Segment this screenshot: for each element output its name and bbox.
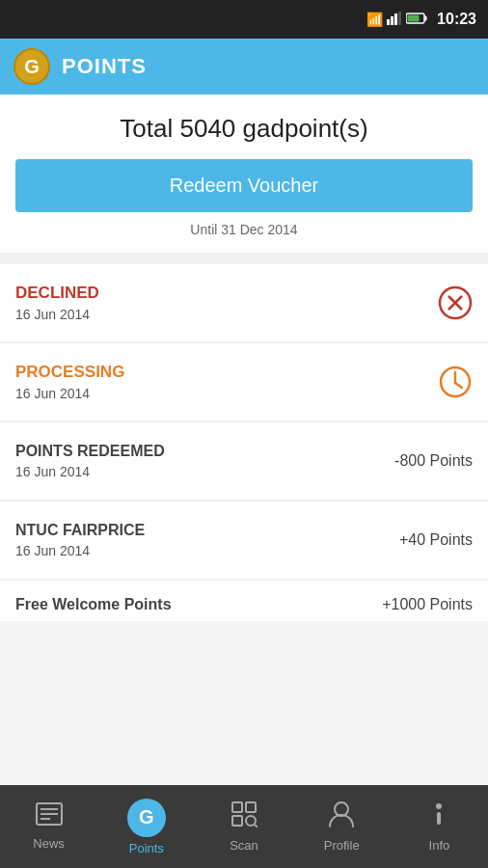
news-icon [36, 802, 63, 832]
svg-line-21 [255, 825, 258, 827]
battery-icon [406, 12, 427, 27]
points-redeemed-date: 16 Jun 2014 [15, 464, 165, 479]
welcome-label: Free Welcome Points [15, 596, 172, 613]
svg-rect-1 [391, 16, 393, 25]
processing-date: 16 Jun 2014 [15, 386, 124, 401]
total-points: Total 5040 gadpoint(s) [15, 114, 473, 144]
svg-point-22 [335, 802, 348, 816]
declined-date: 16 Jun 2014 [15, 307, 99, 322]
declined-status-label: DECLINED [15, 284, 99, 303]
transaction-points-redeemed[interactable]: POINTS REDEEMED 16 Jun 2014 -800 Points [0, 422, 488, 500]
main-content: Total 5040 gadpoint(s) Redeem Voucher Un… [0, 95, 488, 253]
svg-rect-17 [232, 802, 242, 812]
nav-item-scan[interactable]: Scan [195, 793, 292, 860]
status-bar: 📶 10:23 [0, 0, 488, 39]
nav-scan-label: Scan [230, 838, 258, 853]
scan-icon [230, 800, 258, 834]
svg-rect-5 [425, 16, 427, 21]
info-icon [427, 800, 450, 834]
welcome-points-value: +1000 Points [382, 596, 473, 613]
transactions-list: DECLINED 16 Jun 2014 PROCESSING 16 Jun 2… [0, 253, 488, 621]
svg-line-12 [455, 383, 462, 388]
status-time: 10:23 [437, 11, 476, 28]
svg-rect-18 [246, 802, 256, 812]
svg-rect-6 [408, 15, 420, 22]
svg-rect-3 [398, 12, 401, 25]
app-title: POINTS [62, 54, 147, 79]
svg-rect-2 [394, 14, 397, 25]
wifi-icon: 📶 [366, 12, 383, 27]
redeem-voucher-button[interactable]: Redeem Voucher [15, 159, 473, 212]
bottom-nav: News G Points Scan Profile [0, 785, 488, 868]
nav-item-info[interactable]: Info [391, 793, 488, 860]
nav-item-points[interactable]: G Points [97, 791, 195, 863]
transaction-declined[interactable]: DECLINED 16 Jun 2014 [0, 264, 488, 341]
transaction-ntuc[interactable]: NTUC FAIRPRICE 16 Jun 2014 +40 Points [0, 502, 488, 579]
declined-icon [438, 285, 473, 320]
points-redeemed-value: -800 Points [394, 452, 473, 470]
svg-rect-0 [387, 19, 390, 25]
app-logo: G [14, 48, 50, 85]
profile-icon [329, 800, 354, 834]
points-nav-logo: G [127, 799, 166, 837]
nav-news-label: News [33, 836, 65, 851]
ntuc-points-value: +40 Points [399, 531, 473, 549]
svg-point-23 [436, 803, 442, 809]
app-header: G POINTS [0, 39, 488, 95]
svg-rect-24 [437, 812, 441, 825]
processing-status-label: PROCESSING [15, 363, 124, 382]
points-redeemed-label: POINTS REDEEMED [15, 443, 165, 460]
nav-points-label: Points [129, 841, 164, 855]
signal-icon [387, 12, 402, 28]
nav-item-news[interactable]: News [0, 795, 97, 858]
ntuc-date: 16 Jun 2014 [15, 543, 145, 558]
nav-profile-label: Profile [324, 838, 360, 853]
transaction-processing[interactable]: PROCESSING 16 Jun 2014 [0, 343, 488, 420]
svg-rect-19 [232, 816, 242, 826]
transaction-welcome[interactable]: Free Welcome Points +1000 Points [0, 581, 488, 621]
processing-icon [438, 365, 473, 399]
ntuc-label: NTUC FAIRPRICE [15, 522, 145, 539]
until-text: Until 31 Dec 2014 [15, 212, 473, 253]
nav-item-profile[interactable]: Profile [293, 793, 391, 860]
nav-info-label: Info [429, 838, 450, 853]
status-icons: 📶 10:23 [366, 11, 476, 28]
